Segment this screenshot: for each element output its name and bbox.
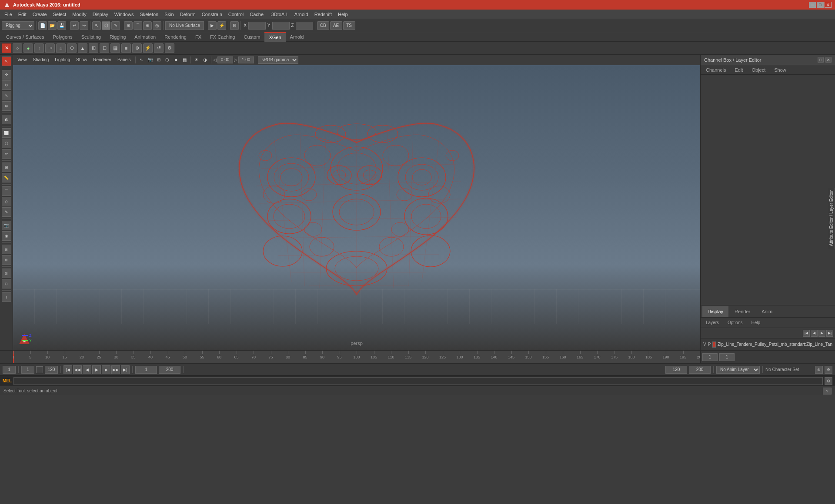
vp-icon-texture[interactable]: ▦ <box>181 56 189 64</box>
snap-pivot-left[interactable]: ⊞ <box>2 162 11 172</box>
tab-display[interactable]: Display <box>702 306 728 317</box>
tab-render[interactable]: Render <box>729 306 755 317</box>
tab-animation[interactable]: Animation <box>130 32 160 42</box>
menu-skin[interactable]: Skin <box>162 11 176 18</box>
tab-sculpting[interactable]: Sculpting <box>77 32 105 42</box>
viewport-canvas[interactable]: persp M Z Y <box>13 65 700 350</box>
y-input[interactable] <box>272 22 290 30</box>
xgen-btn-11[interactable]: ≡ <box>121 43 131 53</box>
xgen-btn-2[interactable]: ● <box>23 43 33 53</box>
menu-deform[interactable]: Deform <box>177 11 198 18</box>
redo-button[interactable]: ↪ <box>80 21 88 30</box>
select-tool-left[interactable]: ↖ <box>2 56 11 66</box>
menu-create[interactable]: Create <box>30 11 50 18</box>
play-prev-frame[interactable]: ◀ <box>83 365 91 374</box>
menu-control[interactable]: Control <box>226 11 246 18</box>
range-end-input[interactable] <box>45 366 58 374</box>
paint-select-left[interactable]: ✏ <box>2 149 11 159</box>
end-frame-input-right[interactable] <box>665 366 687 374</box>
menu-select[interactable]: Select <box>50 11 69 18</box>
menu-file[interactable]: File <box>2 11 15 18</box>
region-select-left[interactable]: ⬜ <box>2 128 11 138</box>
tab-anim[interactable]: Anim <box>756 306 778 317</box>
range-check[interactable] <box>36 366 43 373</box>
layer-nav-prev[interactable]: ◀ <box>811 330 818 337</box>
cb-tab-show[interactable]: Show <box>771 66 790 73</box>
measure-left[interactable]: 📏 <box>2 173 11 182</box>
menu-help[interactable]: Help <box>335 11 351 18</box>
cv-tool-left[interactable]: ⌒ <box>2 186 11 196</box>
layer-nav-first[interactable]: |◀ <box>803 330 810 337</box>
menu-modify[interactable]: Modify <box>70 11 89 18</box>
snap-grid-button[interactable]: ⊞ <box>124 21 133 30</box>
vp-color-space-dropdown[interactable]: sRGB gamma Linear <box>258 56 298 64</box>
xgen-btn-1[interactable]: ○ <box>13 43 22 53</box>
tab-fx[interactable]: FX <box>191 32 206 42</box>
vp-exposure-input[interactable] <box>217 56 233 63</box>
play-forward[interactable]: ▶ <box>92 365 101 374</box>
pencil-tool-left[interactable]: ✎ <box>2 207 11 217</box>
display-layers-button[interactable]: ⊟ <box>230 21 239 30</box>
universal-tool-left[interactable]: ⊕ <box>2 101 11 111</box>
max-frame-input[interactable] <box>689 366 711 374</box>
undo-button[interactable]: ↩ <box>70 21 79 30</box>
play-start-input[interactable] <box>135 366 157 374</box>
play-last-frame[interactable]: ▶| <box>121 365 130 374</box>
mel-settings-btn[interactable]: ⚙ <box>825 377 832 385</box>
play-next-frame[interactable]: ▶ <box>102 365 110 374</box>
vp-lighting-menu[interactable]: Lighting <box>52 57 73 63</box>
layer-nav-next[interactable]: ▶ <box>818 330 825 337</box>
vp-icon-grid[interactable]: ⊞ <box>155 56 163 64</box>
ipr-button[interactable]: ⚡ <box>217 21 226 30</box>
tab-fx-caching[interactable]: FX Caching <box>206 32 239 42</box>
vp-icon-light[interactable]: ☀ <box>193 56 200 64</box>
workspace-dropdown[interactable]: Rigging Modeling Animation <box>2 21 34 30</box>
menu-windows[interactable]: Windows <box>112 11 137 18</box>
tab-custom[interactable]: Custom <box>240 32 265 42</box>
camera-tool-left[interactable]: 📷 <box>2 221 11 230</box>
xgen-btn-10[interactable]: ▦ <box>110 43 120 53</box>
select-tool-button[interactable]: ↖ <box>92 21 101 30</box>
vp-icon-shadow[interactable]: ◑ <box>201 56 209 64</box>
minimize-button[interactable]: ─ <box>809 2 816 8</box>
attribute-editor-button[interactable]: AE <box>330 21 342 30</box>
layer-tab-help[interactable]: Help <box>748 319 764 326</box>
new-scene-button[interactable]: 📄 <box>38 21 47 30</box>
scale-tool-left[interactable]: ⤡ <box>2 91 11 100</box>
snap-view-button[interactable]: ◎ <box>153 21 161 30</box>
misc-left-3[interactable]: ⊟ <box>2 279 11 288</box>
layer-tab-layers[interactable]: Layers <box>702 319 722 326</box>
layer-tab-options[interactable]: Options <box>724 319 746 326</box>
vp-icon-solid[interactable]: ■ <box>172 56 180 64</box>
ep-tool-left[interactable]: ◇ <box>2 197 11 206</box>
xgen-btn-6[interactable]: ⊕ <box>67 43 77 53</box>
tab-rendering[interactable]: Rendering <box>160 32 191 42</box>
menu-arnold[interactable]: Arnold <box>292 11 311 18</box>
xgen-btn-5[interactable]: ⌂ <box>56 43 66 53</box>
anim-layer-dropdown[interactable]: No Anim Layer <box>716 366 760 374</box>
move-tool-left[interactable]: ✛ <box>2 70 11 80</box>
xgen-btn-8[interactable]: ⊞ <box>89 43 98 53</box>
open-scene-button[interactable]: 📂 <box>48 21 57 30</box>
timeline-ruler[interactable]: 0510152025303540455055606570758085909510… <box>13 351 700 364</box>
vp-gamma-input[interactable] <box>238 56 254 63</box>
tab-arnold[interactable]: Arnold <box>286 32 308 42</box>
tab-rigging[interactable]: Rigging <box>105 32 130 42</box>
vp-renderer-menu[interactable]: Renderer <box>90 57 114 63</box>
play-end-input[interactable] <box>159 366 180 374</box>
channel-box-expand-btn[interactable]: □ <box>818 57 824 63</box>
z-input[interactable] <box>296 22 313 30</box>
vp-icon-wireframe[interactable]: ⬡ <box>164 56 171 64</box>
soft-mod-left[interactable]: ◐ <box>2 115 11 124</box>
lasso-select-left[interactable]: ⬡ <box>2 139 11 148</box>
paint-tool-button[interactable]: ✎ <box>111 21 120 30</box>
menu-cache[interactable]: Cache <box>247 11 266 18</box>
menu-constrain[interactable]: Constrain <box>199 11 225 18</box>
timeline-end-frame[interactable] <box>702 353 718 361</box>
range-start-input[interactable] <box>21 366 34 374</box>
attribute-editor-side-label[interactable]: Attribute Editor / Layer Editor <box>828 188 835 249</box>
xgen-btn-4[interactable]: ⇥ <box>45 43 55 53</box>
xgen-btn-3[interactable]: ↑ <box>34 43 44 53</box>
menu-redshift[interactable]: Redshift <box>312 11 334 18</box>
menu-edit[interactable]: Edit <box>16 11 29 18</box>
